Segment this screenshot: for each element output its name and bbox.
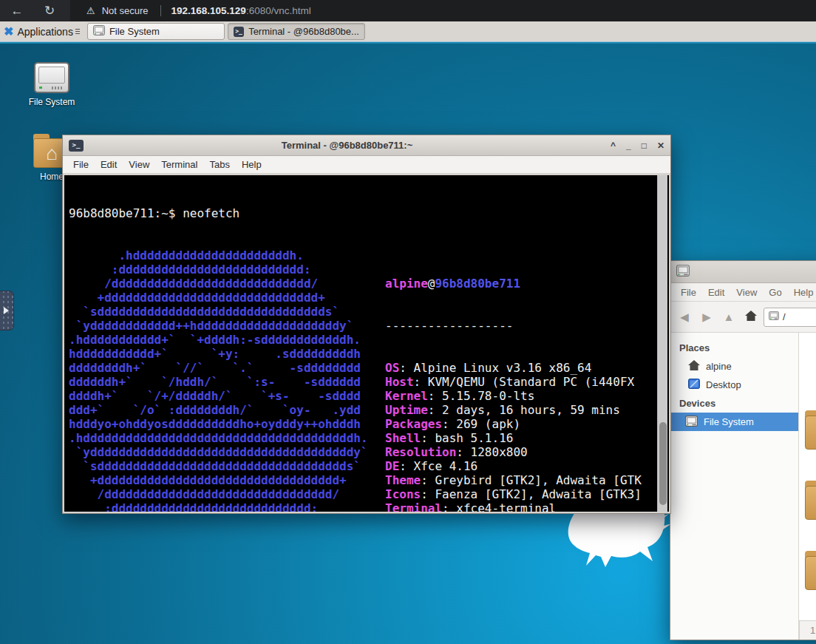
back-button[interactable]: ◀ [675,308,694,327]
drive-icon [685,416,698,429]
drive-icon [769,311,779,322]
menu-help[interactable]: Help [236,157,268,172]
terminal-window: >_ Terminal - @96b8d80be711:~ ^ _ □ ✕ Fi… [62,135,671,514]
places-header: Places [670,339,798,357]
devices-header: Devices [670,394,798,413]
neofetch-info-row: Packages: 269 (apk) [385,417,656,431]
address-bar[interactable]: ⚠ Not secure 192.168.105.129:6080/vnc.ht… [70,0,816,21]
desktop-icon [688,379,700,391]
neofetch-info-row: Terminal: xfce4-terminal [385,501,656,512]
menu-file[interactable]: File [67,157,95,172]
file-manager-titlebar[interactable] [670,261,816,283]
expand-arrow-icon [4,307,9,314]
neofetch-info-row: DE: Xfce 4.16 [385,459,656,473]
url-separator [160,5,161,16]
close-button[interactable]: ✕ [657,141,664,150]
minimize-button[interactable]: _ [626,141,631,150]
terminal-icon: >_ [69,140,84,152]
sidebar-item-desktop[interactable]: Desktop [670,376,798,394]
neofetch-separator: ------------------ [385,319,656,333]
sidebar-item-label: File System [704,416,754,427]
neofetch-title: alpine@96b8d80be711 [385,277,656,291]
drive-icon [93,25,105,38]
menu-view[interactable]: View [123,157,155,172]
home-icon [688,360,700,373]
neofetch-info-row: Icons: Faenza [GTK2], Adwaita [GTK3] [385,487,656,501]
browser-toolbar: ← ↻ ⚠ Not secure 192.168.105.129:6080/vn… [0,0,816,21]
taskbar-window-file-system[interactable]: File System [87,23,225,40]
terminal-icon: >_ [234,27,244,37]
path-bar[interactable]: / [764,308,816,327]
desktop-icon-label: File System [24,97,80,107]
xfce-panel: ✖ Applications File System >_ Terminal -… [0,21,816,42]
taskbar-window-label: File System [109,26,160,37]
forward-button[interactable]: ▶ [697,308,716,327]
desktop-icon-file-system[interactable]: File System [24,62,80,107]
folder-icon[interactable] [805,556,816,590]
not-secure-label: Not secure [102,5,149,16]
neofetch-info-row: Theme: Greybird [GTK2], Adwaita [GTK [385,473,656,487]
file-manager-sidebar: Places alpine Desktop Devices [670,333,799,640]
folder-icon[interactable] [805,416,816,450]
xfce-logo-icon: ✖ [4,26,13,38]
file-manager-statusbar: 1 [799,620,816,640]
file-manager-toolbar: ◀ ▶ ▲ / [670,302,816,333]
scrollbar-thumb[interactable] [659,422,667,505]
neofetch-info-row: OS: Alpine Linux v3.16 x86_64 [385,361,656,375]
terminal-scrollbar[interactable] [657,175,667,512]
sidebar-item-file-system[interactable]: File System [670,413,798,431]
url-path: :6080/vnc.html [246,5,311,16]
taskbar-window-label: Terminal - @96b8d80be... [248,26,359,37]
shell-command-line: 96b8d80be711:~$ neofetch [69,206,656,220]
sidebar-item-label: alpine [706,361,732,372]
neofetch-fields: OS: Alpine Linux v3.16 x86_64Host: KVM/Q… [385,361,656,512]
menu-lines-icon [75,29,80,34]
current-path: / [783,311,786,322]
xfce-mouse-logo [562,512,673,573]
url-host: 192.168.105.129 [171,5,246,16]
home-button[interactable] [741,308,761,327]
menu-tabs[interactable]: Tabs [203,157,235,172]
up-button[interactable]: ▲ [719,308,738,327]
drive-icon [676,265,690,279]
terminal-screen[interactable]: 96b8d80be711:~$ neofetch .hddddddddddddd… [64,175,669,512]
back-icon[interactable]: ← [6,4,28,18]
file-manager-body: Places alpine Desktop Devices [670,333,816,640]
neofetch-info-panel: alpine@96b8d80be711 ------------------ O… [385,248,656,512]
file-list-view[interactable] [799,333,816,640]
neofetch-ascii-logo: .hddddddddddddddddddddddh. :dddddddddddd… [69,248,385,512]
neofetch-info-row: Uptime: 2 days, 16 hours, 59 mins [385,403,656,417]
neofetch-info-row: Kernel: 5.15.78-0-lts [385,389,656,403]
neofetch-info-row: Host: KVM/QEMU (Standard PC (i440FX [385,375,656,389]
menu-file[interactable]: File [675,285,702,300]
reload-icon[interactable]: ↻ [38,3,61,18]
shade-button[interactable]: ^ [611,141,616,150]
file-manager-menubar: File Edit View Go Help [670,283,816,302]
neofetch-info-row: Shell: bash 5.1.16 [385,431,656,445]
novnc-control-bar-handle[interactable] [0,291,14,331]
menu-terminal[interactable]: Terminal [155,157,203,172]
menu-help[interactable]: Help [788,285,816,300]
terminal-window-title: Terminal - @96b8d80be711:~ [84,140,611,151]
sidebar-item-alpine[interactable]: alpine [670,357,798,376]
menu-edit[interactable]: Edit [95,157,123,172]
menu-go[interactable]: Go [763,285,787,300]
drive-icon [34,62,69,93]
file-manager-window: File Edit View Go Help ◀ ▶ ▲ / Places [670,260,816,640]
desktop-gradient-edge [0,42,816,44]
folder-icon[interactable] [805,486,816,520]
taskbar-window-terminal[interactable]: >_ Terminal - @96b8d80be... [228,23,365,40]
terminal-titlebar[interactable]: >_ Terminal - @96b8d80be711:~ ^ _ □ ✕ [63,135,670,156]
applications-menu-button[interactable]: ✖ Applications [0,21,84,41]
applications-label: Applications [17,26,73,38]
terminal-menubar: File Edit View Terminal Tabs Help [63,156,670,174]
menu-edit[interactable]: Edit [702,285,730,300]
warning-icon: ⚠ [86,5,95,16]
sidebar-item-label: Desktop [706,379,741,390]
menu-view[interactable]: View [730,285,763,300]
screen: ← ↻ ⚠ Not secure 192.168.105.129:6080/vn… [0,0,816,644]
neofetch-info-row: Resolution: 1280x800 [385,445,656,459]
maximize-button[interactable]: □ [642,141,647,150]
